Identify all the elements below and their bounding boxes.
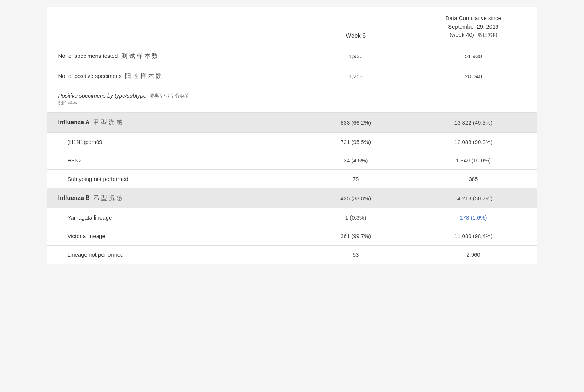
row-week-value-h1n1: 721 (95.5%) [302,132,410,151]
row-week-value-subtyping-not-performed: 78 [302,169,410,188]
week-label: Week 6 [346,33,366,39]
label-chinese: 阳 性 样 本 数 [125,73,162,79]
table-row: Yamagata lineage1 (0.3%)178 (1.6%) [47,208,537,227]
row-week-value-lineage-not-performed: 63 [302,245,410,264]
label-text: Positive specimens by type/subtype [58,92,147,99]
header-col1 [47,7,302,46]
row-cumulative-value-lineage-not-performed: 2,960 [410,245,537,264]
table-row: (H1N1)pdm09721 (95.5%)12,088 (90.0%) [47,132,537,151]
row-week-value-h3n2: 34 (4.5%) [302,151,410,169]
label-text: Victoria lineage [68,233,105,239]
label-text: H3N2 [68,157,82,164]
row-label-specimens-tested: No. of specimens tested测 试 样 本 数 [47,46,302,66]
row-cumulative-value-influenza-b: 14,218 (50.7%) [410,188,537,208]
row-label-influenza-a: Influenza A甲 型 流 感 [47,112,302,132]
label-chinese: 甲 型 流 感 [93,119,122,125]
row-week-value-specimens-tested: 1,936 [302,46,410,66]
table-row: No. of specimens tested测 试 样 本 数1,93651,… [47,46,537,66]
table-row: Influenza B乙 型 流 感425 (33.8%)14,218 (50.… [47,188,537,208]
row-label-victoria: Victoria lineage [47,227,302,245]
table-row: Victoria lineage361 (99.7%)11,080 (98.4%… [47,227,537,245]
row-cumulative-value-positive-by-type [410,86,537,112]
row-cumulative-value-specimens-tested: 51,930 [410,46,537,66]
row-week-value-yamagata: 1 (0.3%) [302,208,410,227]
header-week: Week 6 [302,7,410,46]
table-row: Subtyping not performed78385 [47,169,537,188]
cumulative-chinese: 数据累积 [478,32,497,38]
label-chinese: 乙 型 流 感 [94,195,122,201]
cumulative-line3: (week 40) [450,32,474,38]
row-label-h1n1: (H1N1)pdm09 [47,132,302,151]
row-week-value-victoria: 361 (99.7%) [302,227,410,245]
table-row: H3N234 (4.5%)1,349 (10.0%) [47,151,537,169]
row-cumulative-value-h1n1: 12,088 (90.0%) [410,132,537,151]
table-row: Influenza A甲 型 流 感833 (66.2%)13,822 (49.… [47,112,537,132]
label-text: Lineage not performed [68,251,124,258]
row-cumulative-value-positive-specimens: 28,040 [410,66,537,86]
row-cumulative-value-yamagata: 178 (1.6%) [410,208,537,227]
cumulative-line2: September 29, 2019 [448,23,499,30]
row-week-value-influenza-a: 833 (66.2%) [302,112,410,132]
row-cumulative-value-victoria: 11,080 (98.4%) [410,227,537,245]
row-label-influenza-b: Influenza B乙 型 流 感 [47,188,302,208]
label-text: Subtyping not performed [68,176,128,182]
cumulative-line1: Data Cumulative since [446,15,501,21]
row-cumulative-value-influenza-a: 13,822 (49.3%) [410,112,537,132]
label-text: Influenza A [58,119,90,125]
table-row: Lineage not performed632,960 [47,245,537,264]
label-text: Yamagata lineage [68,214,112,221]
row-week-value-positive-specimens: 1,258 [302,66,410,86]
label-text: Influenza B [58,195,90,201]
row-label-lineage-not-performed: Lineage not performed [47,245,302,264]
table-header: Week 6 Data Cumulative since September 2… [47,7,537,46]
row-week-value-positive-by-type [302,86,410,112]
label-text: No. of positive specimens [58,73,122,79]
row-label-positive-specimens: No. of positive specimens阳 性 样 本 数 [47,66,302,86]
label-text: (H1N1)pdm09 [68,139,102,145]
data-table: Week 6 Data Cumulative since September 2… [47,7,537,264]
row-label-subtyping-not-performed: Subtyping not performed [47,169,302,188]
row-week-value-influenza-b: 425 (33.8%) [302,188,410,208]
row-label-yamagata: Yamagata lineage [47,208,302,227]
label-text: No. of specimens tested [58,53,118,59]
row-label-positive-by-type: Positive specimens by type/subtype按类型/亚型… [47,86,302,112]
row-cumulative-value-subtyping-not-performed: 385 [410,169,537,188]
table-row: Positive specimens by type/subtype按类型/亚型… [47,86,537,112]
label-chinese: 测 试 样 本 数 [121,53,158,59]
row-label-h3n2: H3N2 [47,151,302,169]
header-cumulative: Data Cumulative since September 29, 2019… [410,7,537,46]
row-cumulative-value-h3n2: 1,349 (10.0%) [410,151,537,169]
table-row: No. of positive specimens阳 性 样 本 数1,2582… [47,66,537,86]
